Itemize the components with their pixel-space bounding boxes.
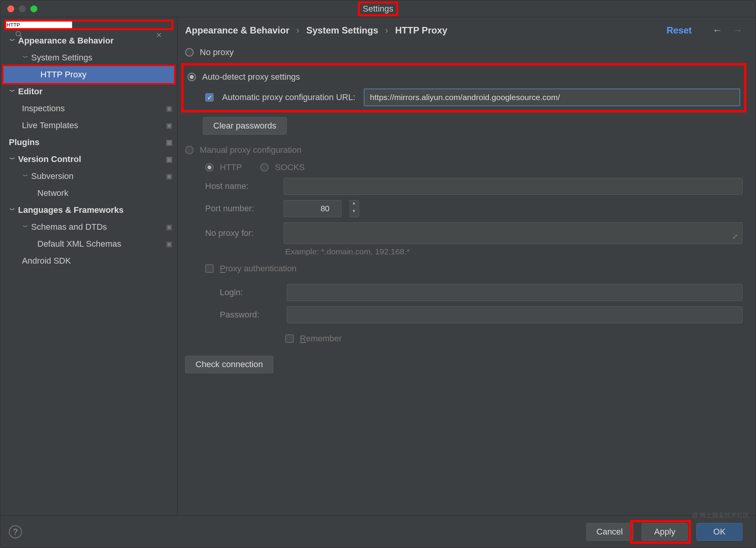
radio-icon — [205, 163, 214, 172]
nav-arrows: ← → — [713, 24, 743, 36]
proto-socks-label: SOCKS — [275, 162, 304, 172]
port-input — [284, 200, 341, 217]
radio-icon — [260, 163, 269, 172]
expand-icon: ⤢ — [732, 232, 738, 241]
login-label: Login: — [220, 287, 278, 297]
no-proxy-label: No proxy — [200, 47, 234, 57]
project-scope-icon: ▣ — [166, 155, 172, 164]
chevron-down-icon: ﹀ — [9, 88, 16, 95]
sidebar-item-label: Schemas and DTDs — [31, 222, 107, 232]
sidebar-item-http-proxy[interactable]: HTTP Proxy — [3, 66, 174, 83]
chevron-right-icon: › — [385, 25, 388, 36]
sidebar-item-system-settings[interactable]: ﹀System Settings — [0, 49, 177, 66]
radio-icon — [187, 73, 196, 81]
sidebar-item-label: Android SDK — [22, 256, 71, 266]
settings-footer: ? Cancel Apply OK — [0, 515, 756, 548]
help-icon[interactable]: ? — [9, 525, 22, 538]
project-scope-icon: ▣ — [166, 104, 172, 113]
chevron-down-icon: ﹀ — [9, 207, 16, 214]
port-stepper: ▲▼ — [349, 200, 359, 217]
chevron-down-icon: ﹀ — [22, 173, 29, 180]
noproxy-label: No proxy for: — [205, 228, 274, 238]
auto-url-label: Automatic proxy configuration URL: — [222, 92, 355, 102]
settings-search: × — [6, 21, 172, 28]
sidebar-item-label: Network — [37, 188, 69, 198]
nav-back-icon[interactable]: ← — [713, 24, 723, 36]
settings-main: Appearance & Behavior › System Settings … — [177, 17, 756, 515]
breadcrumb-b[interactable]: System Settings — [306, 25, 378, 36]
reset-link[interactable]: Reset — [667, 25, 692, 36]
sidebar-item-network[interactable]: Network — [0, 185, 177, 202]
sidebar-item-label: Default XML Schemas — [37, 239, 121, 249]
manual-proxy-label: Manual proxy configuration — [200, 145, 301, 155]
chevron-down-icon: ﹀ — [22, 224, 29, 231]
apply-button[interactable]: Apply — [642, 523, 688, 541]
port-label: Port number: — [205, 204, 274, 214]
project-scope-icon: ▣ — [166, 223, 172, 231]
settings-window: Settings × ﹀Appearance & Behavior﹀System… — [0, 0, 756, 548]
sidebar-selection-highlight: HTTP Proxy — [3, 66, 174, 83]
noproxy-input — [284, 222, 743, 244]
chevron-down-icon: ﹀ — [22, 54, 29, 61]
zoom-window-icon[interactable] — [30, 5, 37, 12]
chevron-right-icon: › — [296, 25, 299, 36]
proxy-auth-option: Proxy authentication — [205, 259, 743, 279]
chevron-down-icon: ﹀ — [9, 37, 16, 44]
close-window-icon[interactable] — [7, 5, 14, 12]
auto-detect-highlight: Auto-detect proxy settings Automatic pro… — [181, 63, 746, 112]
project-scope-icon: ▣ — [166, 172, 172, 180]
sidebar-item-label: Inspections — [22, 104, 65, 114]
noproxy-example: Example: *.domain.com, 192.168.* — [285, 247, 743, 256]
project-scope-icon: ▣ — [166, 121, 172, 130]
breadcrumb-a[interactable]: Appearance & Behavior — [185, 25, 289, 36]
cancel-button[interactable]: Cancel — [586, 523, 633, 541]
sidebar-item-label: Live Templates — [22, 120, 78, 130]
sidebar-item-schemas-and-dtds[interactable]: ﹀Schemas and DTDs▣ — [0, 219, 177, 236]
proxy-settings-panel: No proxy Auto-detect proxy settings Auto… — [177, 42, 756, 515]
project-scope-icon: ▣ — [166, 138, 172, 147]
checkbox-icon — [205, 264, 214, 273]
sidebar-item-live-templates[interactable]: Live Templates▣ — [0, 117, 177, 134]
sidebar-item-editor[interactable]: ﹀Editor — [0, 83, 177, 100]
sidebar-item-label: Editor — [18, 87, 43, 97]
nav-forward-icon: → — [733, 24, 743, 36]
login-input — [287, 284, 743, 301]
no-proxy-option[interactable]: No proxy — [185, 42, 743, 62]
auto-detect-label: Auto-detect proxy settings — [202, 72, 300, 82]
sidebar-item-plugins[interactable]: Plugins▣ — [0, 134, 177, 151]
password-input — [287, 306, 743, 323]
sidebar-item-label: HTTP Proxy — [40, 70, 86, 80]
sidebar-item-languages-frameworks[interactable]: ﹀Languages & Frameworks — [0, 202, 177, 219]
auto-detect-option[interactable]: Auto-detect proxy settings — [187, 67, 740, 87]
check-connection-button[interactable]: Check connection — [185, 356, 273, 373]
proto-socks-option: SOCKS — [260, 162, 304, 172]
checkbox-icon — [285, 334, 294, 343]
sidebar-item-label: Version Control — [18, 154, 81, 164]
auto-url-input[interactable] — [364, 89, 740, 106]
minimize-window-icon[interactable] — [19, 5, 26, 12]
settings-header: Appearance & Behavior › System Settings … — [177, 17, 756, 42]
sidebar-item-android-sdk[interactable]: Android SDK — [0, 252, 177, 269]
sidebar-item-subversion[interactable]: ﹀Subversion▣ — [0, 168, 177, 185]
remember-option: Remember — [285, 329, 743, 349]
chevron-down-icon: ▼ — [349, 209, 359, 217]
proxy-auth-label: Proxy authentication — [220, 264, 296, 274]
window-title-highlight: Settings — [360, 3, 396, 15]
sidebar-item-appearance-behavior[interactable]: ﹀Appearance & Behavior — [0, 32, 177, 49]
sidebar-item-label: Languages & Frameworks — [18, 205, 124, 215]
remember-label: Remember — [300, 334, 342, 344]
password-label: Password: — [220, 310, 278, 320]
sidebar-item-default-xml-schemas[interactable]: Default XML Schemas▣ — [0, 236, 177, 252]
sidebar-item-version-control[interactable]: ﹀Version Control▣ — [0, 151, 177, 168]
sidebar-item-label: Subversion — [31, 171, 74, 181]
ok-button[interactable]: OK — [696, 523, 743, 541]
chevron-down-icon: ﹀ — [9, 156, 16, 163]
auto-url-checkbox[interactable] — [205, 93, 214, 102]
clear-passwords-button[interactable]: Clear passwords — [203, 117, 287, 135]
sidebar-item-inspections[interactable]: Inspections▣ — [0, 100, 177, 117]
manual-proxy-option[interactable]: Manual proxy configuration — [185, 140, 743, 160]
sidebar-item-label: Plugins — [9, 137, 39, 147]
breadcrumb: Appearance & Behavior › System Settings … — [185, 25, 447, 36]
titlebar: Settings — [0, 0, 756, 17]
search-input[interactable] — [6, 21, 72, 28]
